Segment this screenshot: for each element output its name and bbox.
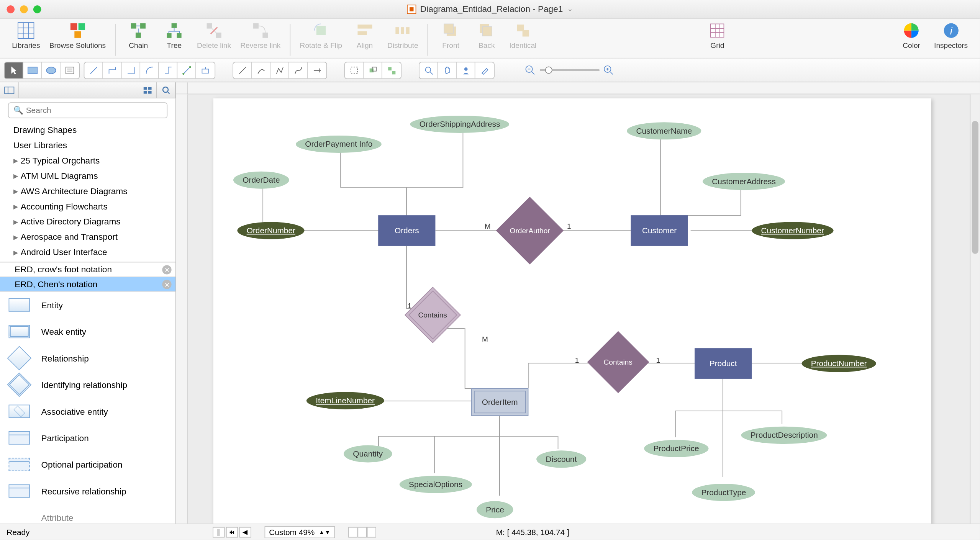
magnify-icon[interactable]	[420, 62, 438, 78]
shape-recursive-relationship[interactable]: Recursive relationship	[0, 478, 175, 504]
attr-order-payment[interactable]: OrderPayment Info	[296, 136, 382, 153]
tool-mode-segment[interactable]	[4, 61, 80, 79]
select-segment[interactable]	[344, 61, 402, 79]
tree-button[interactable]: Tree	[161, 21, 187, 49]
attr-product-price[interactable]: ProductPrice	[644, 440, 708, 457]
connector-6[interactable]	[177, 62, 196, 78]
close-tab-icon[interactable]: ✕	[162, 280, 171, 289]
zoom-slider[interactable]	[525, 65, 614, 75]
connector-1[interactable]	[84, 62, 103, 78]
browse-solutions-button[interactable]: Browse Solutions	[49, 21, 106, 49]
attr-special-options[interactable]: SpecialOptions	[400, 476, 472, 493]
attr-item-line-number[interactable]: ItemLineNumber	[306, 392, 384, 409]
canvas-page[interactable]: Orders Customer Product OrderItem OrderA…	[213, 98, 931, 524]
grid-button[interactable]: Grid	[704, 21, 731, 49]
page-first-icon[interactable]: ⏮	[226, 527, 238, 537]
connector-2[interactable]	[103, 62, 122, 78]
attr-order-number[interactable]: OrderNumber	[237, 222, 305, 239]
grid-view-icon[interactable]	[138, 82, 157, 98]
close-window-button[interactable]	[7, 5, 15, 13]
sidebar-item-aerospace[interactable]: ▶Aerospace and Transport	[0, 229, 175, 245]
fullscreen-window-button[interactable]	[33, 5, 41, 13]
attr-quantity[interactable]: Quantity	[344, 445, 392, 462]
shape-attribute[interactable]: Attribute	[0, 504, 175, 524]
inspectors-button[interactable]: iInspectors	[934, 21, 968, 49]
panel-toggle-icon[interactable]	[0, 82, 19, 98]
library-tab-chen[interactable]: ERD, Chen's notation✕	[0, 277, 175, 291]
shape-relationship[interactable]: Relationship	[0, 345, 175, 371]
shape-entity[interactable]: Entity	[0, 292, 175, 318]
ellipse-tool[interactable]	[42, 62, 61, 78]
pointer-tool[interactable]	[5, 62, 23, 78]
shape-associative-entity[interactable]: Associative entity	[0, 398, 175, 424]
sidebar-item-atm-uml[interactable]: ▶ATM UML Diagrams	[0, 168, 175, 183]
view-segment[interactable]	[419, 61, 495, 79]
library-tab-crows-foot[interactable]: ERD, crow's foot notation✕	[0, 262, 175, 277]
page-splitter-icon[interactable]: ‖	[213, 527, 225, 537]
sidebar-item-accounting[interactable]: ▶Accounting Flowcharts	[0, 199, 175, 214]
line-1[interactable]	[233, 62, 252, 78]
line-segment[interactable]	[233, 61, 327, 79]
search-input[interactable]	[8, 102, 167, 118]
zoom-in-icon[interactable]	[603, 65, 614, 75]
user-icon[interactable]	[457, 62, 475, 78]
sel-3[interactable]	[382, 62, 401, 78]
line-2[interactable]	[252, 62, 271, 78]
sidebar-item-aws[interactable]: ▶AWS Architecture Diagrams	[0, 183, 175, 199]
rect-tool[interactable]	[23, 62, 42, 78]
entity-product[interactable]: Product	[695, 348, 752, 379]
chain-button[interactable]: Chain	[125, 21, 152, 49]
connector-4[interactable]	[140, 62, 159, 78]
shape-weak-entity[interactable]: Weak entity	[0, 318, 175, 345]
vertical-scrollbar[interactable]	[970, 94, 980, 524]
attr-customer-name[interactable]: CustomerName	[627, 122, 701, 139]
sidebar-item-orgcharts[interactable]: ▶25 Typical Orgcharts	[0, 153, 175, 168]
sel-1[interactable]	[345, 62, 364, 78]
page-next-icon[interactable]	[358, 527, 367, 537]
weak-entity-orderitem[interactable]: OrderItem	[471, 388, 528, 416]
line-3[interactable]	[270, 62, 289, 78]
attr-product-type[interactable]: ProductType	[692, 484, 755, 501]
page-last-icon[interactable]	[367, 527, 376, 537]
shape-optional-participation[interactable]: Optional participation	[0, 451, 175, 478]
zoom-select[interactable]: Custom 49%▲▼	[264, 526, 335, 538]
sel-2[interactable]	[364, 62, 382, 78]
attr-customer-address[interactable]: CustomerAddress	[703, 173, 785, 190]
attr-customer-number[interactable]: CustomerNumber	[752, 222, 833, 239]
title-dropdown-icon[interactable]: ⌄	[567, 5, 573, 13]
relationship-contains-2[interactable]: Contains	[587, 331, 649, 393]
shape-participation[interactable]: Participation	[0, 425, 175, 451]
zoom-out-icon[interactable]	[525, 65, 536, 75]
attr-discount[interactable]: Discount	[536, 450, 586, 468]
line-4[interactable]	[289, 62, 308, 78]
attr-price[interactable]: Price	[477, 501, 513, 518]
page1-button[interactable]	[349, 527, 358, 537]
shape-identifying-relationship[interactable]: Identifying relationship	[0, 371, 175, 398]
line-5[interactable]	[308, 62, 326, 78]
attr-order-date[interactable]: OrderDate	[233, 172, 289, 189]
attr-product-number[interactable]: ProductNumber	[801, 355, 876, 372]
connector-3[interactable]	[122, 62, 141, 78]
sidebar-item-android[interactable]: ▶Android User Interface	[0, 244, 175, 260]
page-prev-icon[interactable]: ◀	[239, 527, 251, 537]
search-toggle-icon[interactable]	[157, 82, 175, 98]
relationship-orderauthor[interactable]: OrderAuthor	[496, 197, 564, 265]
sidebar-user-libraries[interactable]: User Libraries	[0, 137, 175, 153]
canvas-area[interactable]: Orders Customer Product OrderItem OrderA…	[176, 82, 980, 524]
sidebar-drawing-shapes[interactable]: Drawing Shapes	[0, 122, 175, 137]
entity-orders[interactable]: Orders	[378, 215, 435, 246]
connector-7[interactable]	[196, 62, 215, 78]
color-button[interactable]: Color	[898, 21, 924, 49]
attr-product-description[interactable]: ProductDescription	[741, 427, 827, 444]
hand-icon[interactable]	[438, 62, 457, 78]
entity-customer[interactable]: Customer	[631, 215, 688, 246]
minimize-window-button[interactable]	[20, 5, 28, 13]
pen-icon[interactable]	[475, 62, 494, 78]
text-tool[interactable]	[61, 62, 79, 78]
connector-segment[interactable]	[84, 61, 216, 79]
sidebar-item-active-directory[interactable]: ▶Active Directory Diagrams	[0, 214, 175, 229]
libraries-button[interactable]: Libraries	[12, 21, 40, 49]
close-tab-icon[interactable]: ✕	[162, 265, 171, 274]
attr-order-shipping[interactable]: OrderShippingAddress	[410, 116, 509, 133]
connector-5[interactable]	[159, 62, 178, 78]
